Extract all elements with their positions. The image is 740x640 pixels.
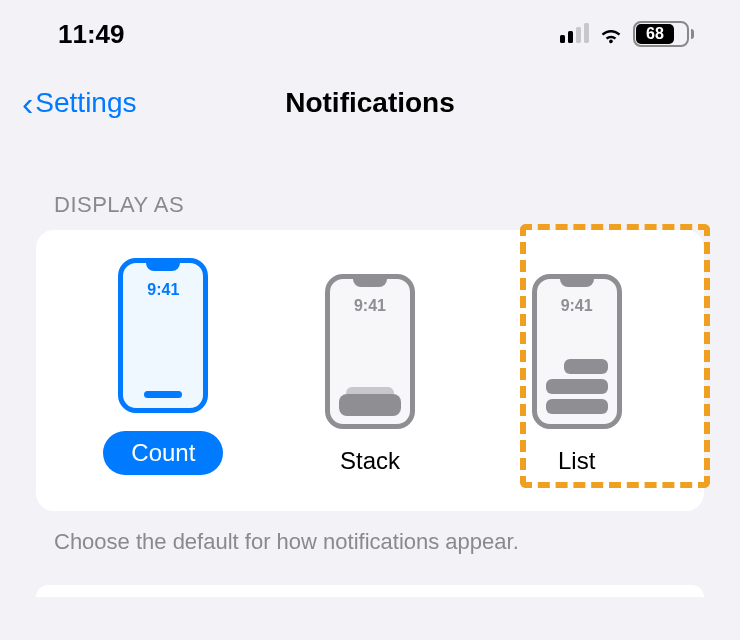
battery-level: 68 <box>636 24 674 44</box>
option-label-count: Count <box>103 431 223 475</box>
chevron-left-icon: ‹ <box>22 86 33 120</box>
phone-preview-list-icon: 9:41 <box>532 274 622 429</box>
status-time: 11:49 <box>58 19 125 50</box>
option-label-list: List <box>558 447 595 475</box>
display-option-stack[interactable]: 9:41 Stack <box>280 274 460 475</box>
display-option-count[interactable]: 9:41 Count <box>73 258 253 475</box>
status-indicators: 68 <box>560 21 694 47</box>
phone-preview-stack-icon: 9:41 <box>325 274 415 429</box>
next-section-card <box>36 585 704 597</box>
status-bar: 11:49 68 <box>0 0 740 56</box>
back-label: Settings <box>35 87 136 119</box>
option-label-stack: Stack <box>340 447 400 475</box>
battery-icon: 68 <box>633 21 694 47</box>
back-button[interactable]: ‹ Settings <box>22 86 137 120</box>
display-as-card: 9:41 Count 9:41 Stack 9:41 <box>36 230 704 511</box>
cellular-signal-icon <box>560 25 589 43</box>
section-header-display-as: DISPLAY AS <box>0 130 740 230</box>
display-option-list[interactable]: 9:41 List <box>487 274 667 475</box>
phone-preview-count-icon: 9:41 <box>118 258 208 413</box>
wifi-icon <box>597 23 625 45</box>
navigation-bar: ‹ Settings Notifications <box>0 56 740 130</box>
section-footer: Choose the default for how notifications… <box>0 511 740 555</box>
page-title: Notifications <box>285 87 455 119</box>
